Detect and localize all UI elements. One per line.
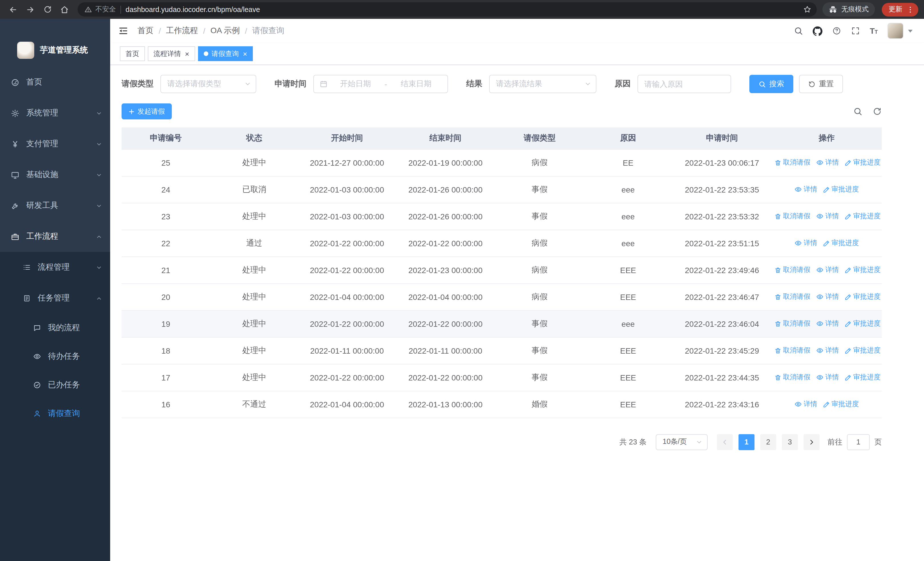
sidebar-item-task-management[interactable]: 任务管理 — [0, 283, 110, 314]
tab-home[interactable]: 首页 — [120, 46, 145, 61]
close-icon[interactable]: × — [185, 50, 189, 57]
close-icon[interactable]: × — [243, 50, 247, 57]
row-action-detail-link[interactable]: 详情 — [816, 158, 839, 167]
row-action-progress-link[interactable]: 审批进度 — [823, 238, 859, 248]
create-leave-button[interactable]: 发起请假 — [122, 104, 172, 119]
reset-button[interactable]: 重置 — [799, 75, 843, 93]
security-warning-label: 不安全 — [95, 5, 116, 14]
row-action-progress-link[interactable]: 审批进度 — [823, 185, 859, 194]
sidebar-item-payment[interactable]: 支付管理 — [0, 129, 110, 159]
table-row[interactable]: 18 处理中 2022-01-11 00:00:00 2022-01-11 00… — [122, 337, 882, 364]
search-button[interactable]: 搜索 — [749, 75, 793, 93]
breadcrumb-item-workflow[interactable]: 工作流程 — [166, 26, 198, 36]
row-action-cancel-link[interactable]: 取消请假 — [774, 319, 810, 328]
page-3-button[interactable]: 3 — [782, 434, 798, 450]
breadcrumb-item-oa-example[interactable]: OA 示例 — [211, 26, 240, 36]
address-bar[interactable]: 不安全 dashboard.yudao.iocoder.cn/bpm/oa/le… — [78, 2, 817, 17]
row-action-cancel-link[interactable]: 取消请假 — [774, 211, 810, 221]
sidebar-item-todo-tasks[interactable]: 待办任务 — [0, 342, 110, 371]
browser-update-button[interactable]: 更新 — [882, 3, 918, 16]
row-action-cancel-link[interactable]: 取消请假 — [774, 265, 810, 275]
table-row[interactable]: 21 处理中 2022-01-22 00:00:00 2022-01-23 00… — [122, 257, 882, 283]
github-link-button[interactable] — [813, 26, 822, 36]
table-row[interactable]: 24 已取消 2022-01-03 00:00:00 2022-01-26 00… — [122, 176, 882, 203]
sidebar-item-devtools[interactable]: 研发工具 — [0, 190, 110, 221]
toggle-search-button[interactable] — [853, 107, 862, 116]
app-logo-row[interactable]: 芋道管理系统 — [0, 19, 110, 67]
forward-button[interactable] — [23, 2, 38, 17]
edit-icon — [844, 213, 852, 220]
row-action-detail-link[interactable]: 详情 — [795, 399, 817, 409]
leave-type-select[interactable]: 请选择请假类型 — [160, 75, 256, 93]
table-row[interactable]: 25 处理中 2021-12-27 00:00:00 2022-01-19 00… — [122, 149, 882, 176]
refresh-table-button[interactable] — [873, 107, 882, 116]
row-action-progress-link[interactable]: 审批进度 — [844, 292, 880, 302]
font-size-button[interactable]: TT — [870, 26, 878, 35]
filter-buttons: 搜索 重置 — [749, 75, 843, 93]
cell-end-time: 2022-01-22 00:00:00 — [396, 230, 495, 257]
next-page-button[interactable] — [804, 434, 819, 450]
row-action-detail-link[interactable]: 详情 — [816, 292, 839, 302]
sidebar-item-my-process[interactable]: 我的流程 — [0, 314, 110, 342]
sidebar-item-done-tasks[interactable]: 已办任务 — [0, 371, 110, 399]
row-action-progress-link[interactable]: 审批进度 — [844, 373, 880, 382]
header-search-button[interactable] — [794, 26, 803, 35]
row-action-cancel-link[interactable]: 取消请假 — [774, 292, 810, 302]
sidebar-item-home[interactable]: 首页 — [0, 67, 110, 98]
table-row[interactable]: 19 处理中 2022-01-22 00:00:00 2022-01-22 00… — [122, 310, 882, 337]
row-action-progress-link[interactable]: 审批进度 — [844, 265, 880, 275]
row-action-detail-link[interactable]: 详情 — [795, 185, 817, 194]
page-1-button[interactable]: 1 — [738, 434, 754, 450]
bookmark-star-button[interactable] — [801, 3, 813, 16]
row-action-progress-link[interactable]: 审批进度 — [844, 211, 880, 221]
row-action-progress-link[interactable]: 审批进度 — [844, 319, 880, 328]
row-action-detail-link[interactable]: 详情 — [816, 319, 839, 328]
table-row[interactable]: 17 处理中 2022-01-22 00:00:00 2022-01-22 00… — [122, 364, 882, 391]
table-row[interactable]: 22 通过 2022-01-22 00:00:00 2022-01-22 00:… — [122, 230, 882, 257]
row-action-detail-link[interactable]: 详情 — [816, 211, 839, 221]
gear-icon — [11, 109, 20, 117]
row-action-cancel-link[interactable]: 取消请假 — [774, 158, 810, 167]
reload-button[interactable] — [40, 2, 55, 17]
row-action-detail-link[interactable]: 详情 — [795, 238, 817, 248]
cell-apply-id: 18 — [122, 337, 210, 364]
prev-page-button[interactable] — [717, 434, 733, 450]
page-2-button[interactable]: 2 — [760, 434, 776, 450]
sidebar-collapse-button[interactable] — [118, 26, 128, 36]
sidebar-item-workflow[interactable]: 工作流程 — [0, 221, 110, 252]
result-select[interactable]: 请选择流结果 — [489, 75, 596, 93]
row-action-cancel-link[interactable]: 取消请假 — [774, 373, 810, 382]
tab-leave-query[interactable]: 请假查询 × — [198, 46, 253, 61]
page-size-select[interactable]: 10条/页 — [656, 434, 708, 450]
start-date-placeholder: 开始日期 — [330, 79, 381, 89]
reason-input[interactable] — [638, 75, 731, 93]
back-button[interactable] — [6, 2, 21, 17]
tab-process-detail[interactable]: 流程详情 × — [148, 46, 195, 61]
table-row[interactable]: 23 处理中 2022-01-03 00:00:00 2022-01-26 00… — [122, 203, 882, 230]
security-chip[interactable]: 不安全 — [84, 5, 116, 14]
table-row[interactable]: 20 处理中 2022-01-04 00:00:00 2022-01-04 00… — [122, 283, 882, 310]
goto-page-input[interactable] — [847, 434, 870, 450]
sidebar-item-process-management[interactable]: 流程管理 — [0, 252, 110, 283]
row-action-detail-link[interactable]: 详情 — [816, 373, 839, 382]
apply-time-range-picker[interactable]: 开始日期 - 结束日期 — [314, 75, 448, 93]
row-action-progress-link[interactable]: 审批进度 — [844, 346, 880, 355]
row-action-progress-link[interactable]: 审批进度 — [823, 399, 859, 409]
sidebar-item-leave-query[interactable]: 请假查询 — [0, 399, 110, 428]
sidebar-item-system[interactable]: 系统管理 — [0, 98, 110, 129]
eye-icon — [816, 293, 824, 301]
cell-actions: 取消请假详情审批进度 — [772, 337, 882, 364]
row-action-detail-link[interactable]: 详情 — [816, 265, 839, 275]
user-menu[interactable] — [888, 23, 913, 39]
sidebar-item-infrastructure[interactable]: 基础设施 — [0, 159, 110, 190]
breadcrumb-item-home[interactable]: 首页 — [138, 26, 153, 36]
row-action-cancel-link[interactable]: 取消请假 — [774, 346, 810, 355]
row-action-progress-link[interactable]: 审批进度 — [844, 158, 880, 167]
table-row[interactable]: 16 不通过 2022-01-04 00:00:00 2022-01-13 00… — [122, 391, 882, 418]
home-button[interactable] — [57, 2, 72, 17]
fullscreen-button[interactable] — [851, 26, 860, 35]
row-action-detail-link[interactable]: 详情 — [816, 346, 839, 355]
help-button[interactable] — [832, 26, 841, 35]
cell-apply-id: 25 — [122, 149, 210, 176]
cell-status: 处理中 — [210, 364, 298, 391]
